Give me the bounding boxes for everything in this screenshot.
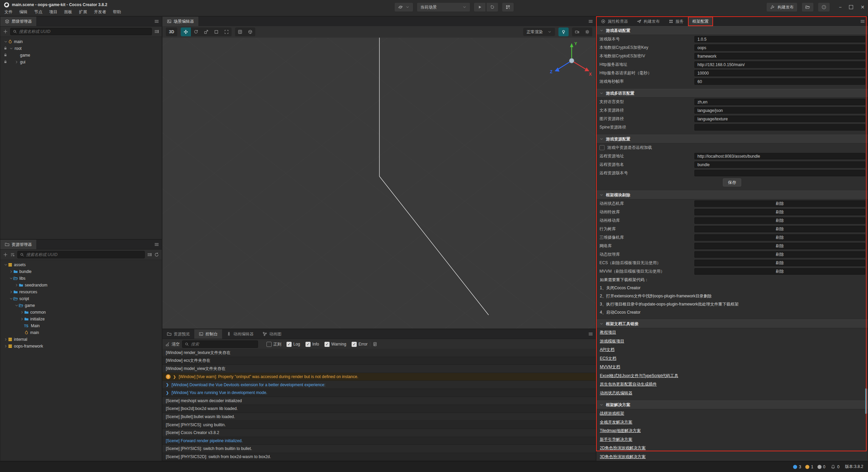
tree-node[interactable]: internal: [0, 336, 162, 343]
remove-button[interactable]: 剔除: [694, 226, 865, 232]
lighting-toggle-button[interactable]: [558, 27, 569, 36]
refresh-icon[interactable]: [154, 252, 159, 257]
log-file-icon[interactable]: [373, 342, 377, 347]
filter-list-icon[interactable]: [154, 29, 159, 34]
panel-menu-icon[interactable]: [154, 19, 159, 24]
error-count[interactable]: 0: [817, 465, 826, 469]
tree-node[interactable]: initialize: [0, 316, 162, 322]
section-header[interactable]: 框架解决方案: [596, 400, 868, 409]
tab-scene-editor[interactable]: 场景编辑器: [162, 17, 198, 26]
tab-构建发布[interactable]: 构建发布: [632, 17, 664, 26]
field-input[interactable]: [694, 124, 865, 131]
scrollbar-thumb[interactable]: [865, 388, 867, 414]
info-count[interactable]: 3: [793, 465, 801, 469]
menu-item[interactable]: 面板: [61, 8, 75, 16]
log-row[interactable]: [Scene] Forward render pipeline initiali…: [162, 437, 596, 445]
rotate-tool-button[interactable]: [191, 27, 201, 36]
asset-filter-icon[interactable]: [147, 252, 152, 257]
tree-node[interactable]: seedrandom: [0, 282, 162, 289]
qr-preview-button[interactable]: [502, 2, 514, 12]
tree-node[interactable]: game: [0, 302, 162, 309]
tab-服务[interactable]: 服务: [664, 17, 688, 26]
clear-console-button[interactable]: 清空: [165, 341, 180, 347]
tree-node[interactable]: common: [0, 309, 162, 316]
expand-chevron-icon[interactable]: ❯: [166, 382, 169, 387]
tab-控制台[interactable]: 控制台: [194, 329, 222, 339]
gizmo-space-button[interactable]: [245, 27, 255, 36]
field-input[interactable]: framework: [694, 53, 865, 59]
tree-node[interactable]: assets: [0, 261, 162, 268]
remove-button[interactable]: 剔除: [694, 251, 865, 258]
log-row[interactable]: [Window] model_view文件夹存在: [162, 365, 596, 373]
log-row[interactable]: [Scene] meshopt wasm decoder initialized: [162, 397, 596, 405]
filter-warning[interactable]: ✓Warning: [324, 342, 346, 347]
expand-chevron-icon[interactable]: ❯: [166, 391, 169, 395]
hierarchy-search-input[interactable]: 搜索名称或 UUID: [10, 28, 152, 35]
doc-link[interactable]: 原生包热更新配置自动生成插件: [600, 381, 657, 387]
panel-menu-icon[interactable]: [154, 242, 159, 247]
menu-item[interactable]: 开发者: [91, 8, 109, 16]
warning-count[interactable]: 1: [805, 465, 813, 469]
log-row[interactable]: [Scene] Cocos Creator v3.8.2: [162, 429, 596, 437]
log-row[interactable]: [Scene] [PHYSICS2D]: switch from box2d-w…: [162, 453, 596, 461]
maximize-button[interactable]: [849, 5, 853, 9]
log-row[interactable]: !❯[Window] [Vue warn]: Property "onInput…: [162, 373, 596, 381]
tab-框架配置[interactable]: 框架配置: [688, 17, 713, 26]
menu-item[interactable]: 扩展: [76, 8, 90, 16]
remove-button[interactable]: 剔除: [694, 200, 865, 207]
open-project-folder-button[interactable]: [802, 2, 814, 12]
tree-node[interactable]: game: [0, 52, 162, 59]
menu-item[interactable]: 文件: [1, 8, 16, 16]
tab-动画编辑器[interactable]: 动画编辑器: [222, 329, 258, 339]
log-row[interactable]: [Scene] [box2d]:box2d wasm lib loaded.: [162, 405, 596, 413]
menu-item[interactable]: 节点: [31, 8, 45, 16]
log-row[interactable]: ❯[Window] You are running Vue in develop…: [162, 389, 596, 397]
section-header[interactable]: 游戏基础配置: [596, 26, 868, 35]
field-input[interactable]: bundle: [694, 161, 865, 168]
add-asset-button[interactable]: [3, 252, 8, 257]
doc-link[interactable]: Tiledmap地图解决方案: [600, 428, 641, 434]
log-row[interactable]: [Scene] [bullet]:bullet wasm lib loaded.: [162, 413, 596, 421]
log-row[interactable]: [Scene] [PHYSICS]: switch from builtin t…: [162, 445, 596, 453]
field-input[interactable]: http://localhost:8083/assets/bundle: [694, 153, 865, 159]
camera-settings-button[interactable]: [572, 27, 582, 36]
doc-link[interactable]: 2D角色扮演游戏解决方案: [600, 445, 646, 451]
tab-属性检查器[interactable]: 属性检查器: [596, 17, 632, 26]
rect-tool-button[interactable]: [211, 27, 221, 36]
tree-node[interactable]: script: [0, 295, 162, 302]
field-input[interactable]: http://192.168.0.150/main/: [694, 61, 865, 68]
doc-link[interactable]: API文档: [600, 347, 614, 353]
notification-bell[interactable]: 0: [831, 465, 840, 469]
section-header[interactable]: 框架文档工具链接: [596, 319, 868, 328]
scene-viewport[interactable]: Y X Z: [162, 38, 596, 329]
reload-button[interactable]: [486, 2, 498, 12]
field-input[interactable]: language/texture: [694, 116, 865, 122]
field-input[interactable]: 60: [694, 78, 865, 85]
minimize-button[interactable]: −: [839, 4, 842, 10]
assets-search-input[interactable]: 搜索名称或 UUID: [17, 251, 145, 258]
tree-node[interactable]: root: [0, 45, 162, 52]
panel-menu-icon[interactable]: [588, 19, 593, 24]
field-input[interactable]: 1.0.5: [694, 36, 865, 42]
remove-button[interactable]: 剔除: [694, 260, 865, 266]
log-row[interactable]: [Window] ecs文件夹存在: [162, 357, 596, 365]
tab-动画图[interactable]: 动画图: [258, 329, 286, 339]
regex-checkbox[interactable]: 正则: [267, 341, 281, 347]
toggle-3d-button[interactable]: 3D: [166, 27, 177, 36]
field-input[interactable]: oops: [694, 44, 865, 51]
field-input[interactable]: zh,en: [694, 99, 865, 105]
remove-button[interactable]: 剔除: [694, 209, 865, 215]
play-button[interactable]: [474, 2, 486, 12]
tree-node[interactable]: resources: [0, 289, 162, 295]
field-input[interactable]: 10000: [694, 70, 865, 76]
tree-node[interactable]: gui: [0, 59, 162, 65]
filter-error[interactable]: ✓Error: [352, 342, 368, 347]
tree-node[interactable]: main: [0, 329, 162, 336]
move-tool-button[interactable]: [181, 27, 191, 36]
log-row[interactable]: ❯[Window] Download the Vue Devtools exte…: [162, 381, 596, 389]
doc-link[interactable]: ECS文档: [600, 356, 616, 361]
scene-settings-button[interactable]: [582, 27, 592, 36]
console-search-input[interactable]: 搜索: [182, 340, 258, 348]
log-row[interactable]: [Scene] [PHYSICS]: using builtin.: [162, 421, 596, 429]
tree-node[interactable]: main: [0, 38, 162, 45]
